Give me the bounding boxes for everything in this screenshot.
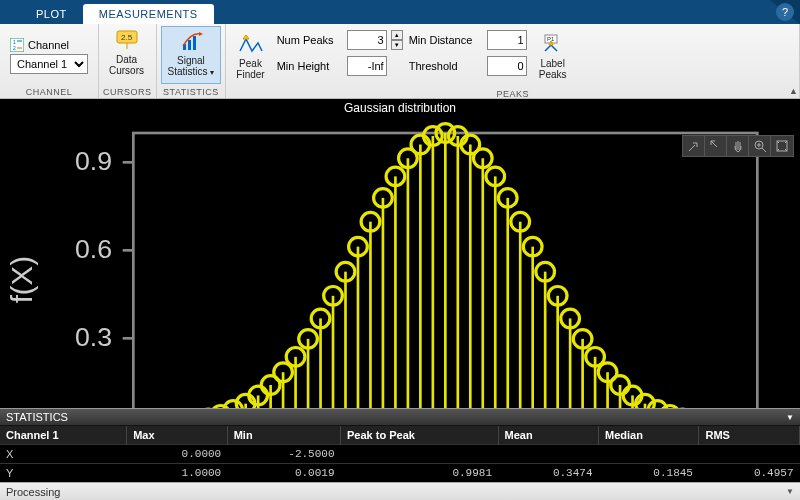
- label-peaks-button[interactable]: P1 Label Peaks: [533, 30, 573, 88]
- autoscale-icon[interactable]: [771, 136, 793, 156]
- svg-line-155: [762, 148, 766, 152]
- svg-text:2: 2: [13, 45, 16, 51]
- plot-toolbar: [682, 135, 794, 157]
- tab-measurements[interactable]: MEASUREMENTS: [83, 4, 214, 24]
- svg-marker-11: [243, 35, 249, 39]
- svg-text:0.6: 0.6: [75, 234, 112, 264]
- channel-select[interactable]: Channel 1: [10, 54, 88, 74]
- pan-icon[interactable]: [727, 136, 749, 156]
- channel-label: Channel: [28, 39, 69, 51]
- table-row: Y1.00000.00190.99810.34740.18450.4957: [0, 464, 800, 483]
- ribbon-group-label-statistics: STATISTICS: [161, 86, 222, 98]
- collapse-triangle-icon[interactable]: ▼: [786, 413, 794, 422]
- num-peaks-label: Num Peaks: [277, 34, 343, 46]
- svg-rect-9: [188, 40, 191, 50]
- num-peaks-input[interactable]: [347, 30, 387, 50]
- tab-bar: PLOT MEASUREMENTS ?: [0, 0, 800, 24]
- plot-area: Gaussian distribution -2.4-2-1.6-1.2-0.8…: [0, 99, 800, 408]
- chevron-down-icon: ▾: [210, 68, 214, 77]
- min-distance-input[interactable]: [487, 30, 527, 50]
- min-height-input[interactable]: [347, 56, 387, 76]
- ribbon-group-label-cursors: CURSORS: [103, 86, 152, 98]
- table-header: Median: [598, 426, 698, 445]
- channel-icon: 12: [10, 38, 24, 52]
- peak-finder-button[interactable]: Peak Finder: [230, 30, 270, 88]
- min-height-label: Min Height: [277, 60, 343, 72]
- svg-text:0.3: 0.3: [75, 322, 112, 352]
- min-distance-label: Min Distance: [409, 34, 483, 46]
- zoom-out-icon[interactable]: [705, 136, 727, 156]
- table-header: RMS: [699, 426, 800, 445]
- data-cursors-button[interactable]: 2.5 Data Cursors: [103, 26, 150, 84]
- table-row: X0.0000-2.5000: [0, 445, 800, 464]
- statistics-table: Channel 1MaxMinPeak to PeakMeanMedianRMS…: [0, 426, 800, 482]
- table-header: Mean: [498, 426, 598, 445]
- plot-title: Gaussian distribution: [0, 99, 800, 117]
- ribbon-toolstrip: 12 Channel Channel 1 CHANNEL 2.5 Data Cu…: [0, 24, 800, 99]
- ribbon-group-cursors: 2.5 Data Cursors CURSORS: [99, 24, 157, 98]
- threshold-label: Threshold: [409, 60, 483, 72]
- threshold-input[interactable]: [487, 56, 527, 76]
- signal-statistics-button[interactable]: Signal Statistics ▾: [161, 26, 222, 84]
- svg-rect-10: [193, 36, 196, 50]
- ribbon-group-peaks: Peak Finder Num Peaks▲▼ Min Height Min D…: [226, 24, 800, 98]
- ribbon-collapse-icon[interactable]: ▲: [789, 86, 798, 96]
- table-header: Min: [227, 426, 340, 445]
- peak-finder-icon: [236, 32, 264, 56]
- num-peaks-spinner[interactable]: ▲▼: [391, 30, 403, 50]
- data-cursors-icon: 2.5: [113, 28, 141, 52]
- label-peaks-icon: P1: [539, 32, 567, 56]
- svg-text:2.5: 2.5: [121, 33, 133, 42]
- plot-canvas[interactable]: -2.4-2-1.6-1.2-0.8-0.400.40.81.21.622.40…: [0, 117, 800, 408]
- help-icon[interactable]: ?: [776, 3, 794, 21]
- zoom-in-icon[interactable]: [683, 136, 705, 156]
- ribbon-group-channel: 12 Channel Channel 1 CHANNEL: [0, 24, 99, 98]
- table-header: Channel 1: [0, 426, 127, 445]
- zoom-rect-icon[interactable]: [749, 136, 771, 156]
- ribbon-group-label-channel: CHANNEL: [4, 86, 94, 98]
- table-header: Peak to Peak: [341, 426, 498, 445]
- table-header: Max: [127, 426, 227, 445]
- tab-plot[interactable]: PLOT: [20, 4, 83, 24]
- expand-triangle-icon[interactable]: ▼: [786, 487, 794, 496]
- processing-panel-header[interactable]: Processing ▼: [0, 482, 800, 500]
- signal-statistics-icon: [177, 29, 205, 53]
- ribbon-group-statistics: Signal Statistics ▾ STATISTICS: [157, 24, 227, 98]
- statistics-panel-header[interactable]: STATISTICS ▼: [0, 408, 800, 426]
- svg-text:0.9: 0.9: [75, 146, 112, 176]
- svg-text:f(X): f(X): [5, 256, 38, 303]
